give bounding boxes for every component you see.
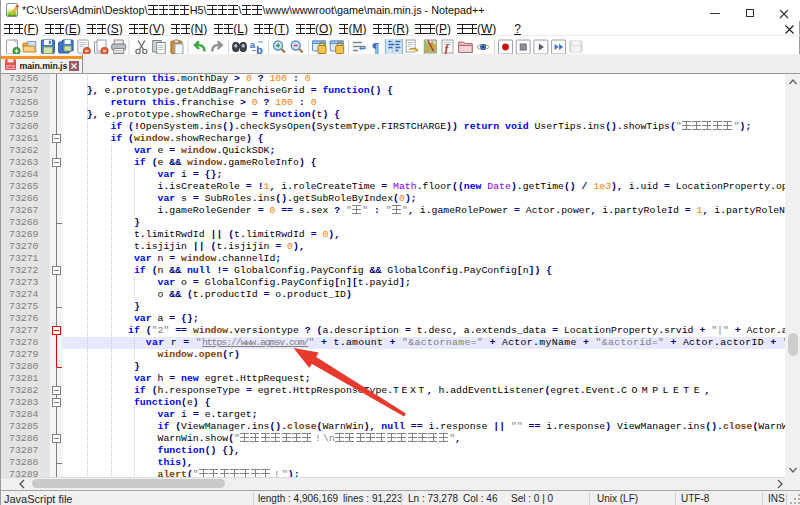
svg-text:a: a [250, 39, 256, 50]
